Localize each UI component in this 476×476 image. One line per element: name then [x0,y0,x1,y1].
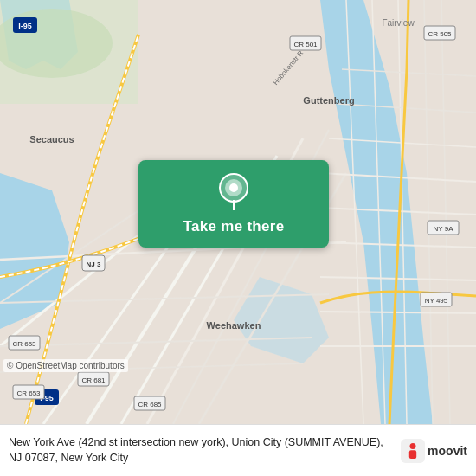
moovit-logo[interactable]: moovit [401,439,467,463]
svg-text:CR 685: CR 685 [138,401,162,408]
moovit-icon [401,439,425,463]
map-container: I-95 I-95 NJ 3 CR 501 CR 505 CR 653 CR 6… [0,0,476,424]
take-me-there-button[interactable]: Take me there [138,160,329,248]
moovit-name: moovit [428,444,467,458]
svg-text:I-95: I-95 [18,22,32,30]
bottom-info-bar: New York Ave (42nd st intersection new y… [0,424,476,476]
svg-text:NY 9A: NY 9A [434,225,454,233]
svg-text:Fairview: Fairview [382,18,415,28]
svg-text:CR 653: CR 653 [12,340,36,348]
svg-text:NJ 3: NJ 3 [87,261,101,268]
svg-rect-62 [409,450,416,459]
svg-text:CR 501: CR 501 [293,41,318,48]
svg-text:NY 495: NY 495 [425,297,448,305]
map-attribution: © OpenStreetMap contributors [3,359,128,372]
address-text: New York Ave (42nd st intersection new y… [9,435,392,466]
svg-point-58 [229,183,238,192]
pin-icon [218,172,249,213]
svg-text:Weehawken: Weehawken [207,320,261,331]
svg-text:Guttenberg: Guttenberg [303,95,354,106]
svg-text:Secaucus: Secaucus [29,134,74,145]
svg-text:CR 681: CR 681 [81,376,106,384]
take-me-there-label: Take me there [183,218,285,235]
svg-point-61 [410,442,416,448]
svg-text:CR 505: CR 505 [428,30,452,38]
svg-text:CR 653: CR 653 [16,389,41,397]
